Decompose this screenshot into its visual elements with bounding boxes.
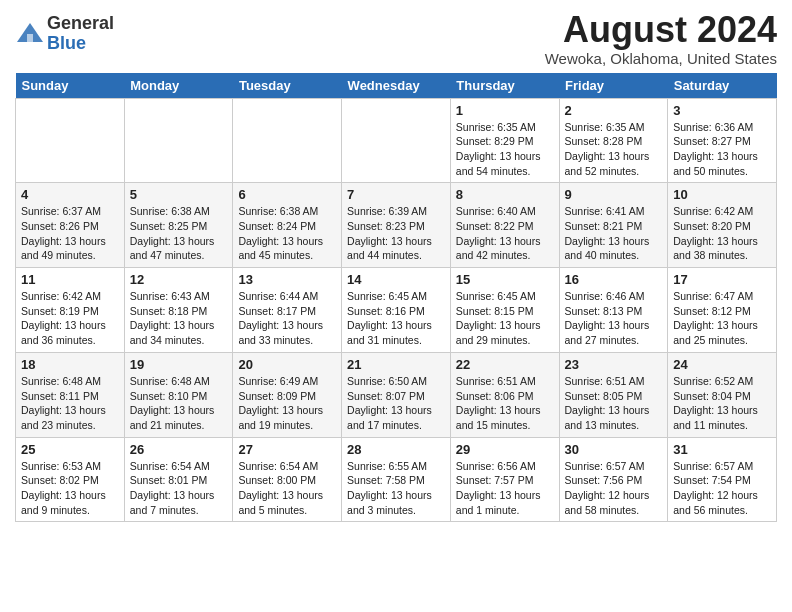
calendar-cell: 1Sunrise: 6:35 AM Sunset: 8:29 PM Daylig… <box>450 98 559 183</box>
day-info: Sunrise: 6:46 AM Sunset: 8:13 PM Dayligh… <box>565 289 663 348</box>
calendar-cell: 22Sunrise: 6:51 AM Sunset: 8:06 PM Dayli… <box>450 352 559 437</box>
location-title: Wewoka, Oklahoma, United States <box>545 50 777 67</box>
calendar-cell: 18Sunrise: 6:48 AM Sunset: 8:11 PM Dayli… <box>16 352 125 437</box>
day-info: Sunrise: 6:45 AM Sunset: 8:16 PM Dayligh… <box>347 289 445 348</box>
calendar-cell <box>342 98 451 183</box>
day-info: Sunrise: 6:55 AM Sunset: 7:58 PM Dayligh… <box>347 459 445 518</box>
calendar-cell <box>124 98 233 183</box>
day-info: Sunrise: 6:38 AM Sunset: 8:24 PM Dayligh… <box>238 204 336 263</box>
day-number: 27 <box>238 442 336 457</box>
calendar-cell: 31Sunrise: 6:57 AM Sunset: 7:54 PM Dayli… <box>668 437 777 522</box>
calendar-week-1: 1Sunrise: 6:35 AM Sunset: 8:29 PM Daylig… <box>16 98 777 183</box>
day-info: Sunrise: 6:48 AM Sunset: 8:11 PM Dayligh… <box>21 374 119 433</box>
day-number: 1 <box>456 103 554 118</box>
day-info: Sunrise: 6:36 AM Sunset: 8:27 PM Dayligh… <box>673 120 771 179</box>
day-info: Sunrise: 6:50 AM Sunset: 8:07 PM Dayligh… <box>347 374 445 433</box>
day-info: Sunrise: 6:35 AM Sunset: 8:29 PM Dayligh… <box>456 120 554 179</box>
weekday-header-wednesday: Wednesday <box>342 73 451 99</box>
day-info: Sunrise: 6:48 AM Sunset: 8:10 PM Dayligh… <box>130 374 228 433</box>
day-info: Sunrise: 6:57 AM Sunset: 7:54 PM Dayligh… <box>673 459 771 518</box>
calendar-week-2: 4Sunrise: 6:37 AM Sunset: 8:26 PM Daylig… <box>16 183 777 268</box>
day-info: Sunrise: 6:57 AM Sunset: 7:56 PM Dayligh… <box>565 459 663 518</box>
day-info: Sunrise: 6:41 AM Sunset: 8:21 PM Dayligh… <box>565 204 663 263</box>
calendar-cell: 7Sunrise: 6:39 AM Sunset: 8:23 PM Daylig… <box>342 183 451 268</box>
day-info: Sunrise: 6:54 AM Sunset: 8:00 PM Dayligh… <box>238 459 336 518</box>
day-number: 18 <box>21 357 119 372</box>
title-area: August 2024 Wewoka, Oklahoma, United Sta… <box>545 10 777 67</box>
day-number: 13 <box>238 272 336 287</box>
day-info: Sunrise: 6:47 AM Sunset: 8:12 PM Dayligh… <box>673 289 771 348</box>
calendar-cell: 26Sunrise: 6:54 AM Sunset: 8:01 PM Dayli… <box>124 437 233 522</box>
day-number: 16 <box>565 272 663 287</box>
day-info: Sunrise: 6:44 AM Sunset: 8:17 PM Dayligh… <box>238 289 336 348</box>
calendar-cell: 13Sunrise: 6:44 AM Sunset: 8:17 PM Dayli… <box>233 268 342 353</box>
day-info: Sunrise: 6:56 AM Sunset: 7:57 PM Dayligh… <box>456 459 554 518</box>
day-number: 14 <box>347 272 445 287</box>
day-number: 25 <box>21 442 119 457</box>
weekday-header-thursday: Thursday <box>450 73 559 99</box>
day-number: 4 <box>21 187 119 202</box>
calendar-cell: 30Sunrise: 6:57 AM Sunset: 7:56 PM Dayli… <box>559 437 668 522</box>
weekday-header-friday: Friday <box>559 73 668 99</box>
calendar-week-5: 25Sunrise: 6:53 AM Sunset: 8:02 PM Dayli… <box>16 437 777 522</box>
day-info: Sunrise: 6:38 AM Sunset: 8:25 PM Dayligh… <box>130 204 228 263</box>
day-number: 7 <box>347 187 445 202</box>
day-number: 6 <box>238 187 336 202</box>
calendar-cell: 4Sunrise: 6:37 AM Sunset: 8:26 PM Daylig… <box>16 183 125 268</box>
weekday-header-saturday: Saturday <box>668 73 777 99</box>
day-number: 22 <box>456 357 554 372</box>
calendar-cell: 21Sunrise: 6:50 AM Sunset: 8:07 PM Dayli… <box>342 352 451 437</box>
day-number: 31 <box>673 442 771 457</box>
calendar-cell: 16Sunrise: 6:46 AM Sunset: 8:13 PM Dayli… <box>559 268 668 353</box>
day-info: Sunrise: 6:43 AM Sunset: 8:18 PM Dayligh… <box>130 289 228 348</box>
day-number: 17 <box>673 272 771 287</box>
day-info: Sunrise: 6:54 AM Sunset: 8:01 PM Dayligh… <box>130 459 228 518</box>
calendar-cell: 6Sunrise: 6:38 AM Sunset: 8:24 PM Daylig… <box>233 183 342 268</box>
day-info: Sunrise: 6:49 AM Sunset: 8:09 PM Dayligh… <box>238 374 336 433</box>
calendar-table: SundayMondayTuesdayWednesdayThursdayFrid… <box>15 73 777 523</box>
day-number: 26 <box>130 442 228 457</box>
day-info: Sunrise: 6:35 AM Sunset: 8:28 PM Dayligh… <box>565 120 663 179</box>
day-info: Sunrise: 6:39 AM Sunset: 8:23 PM Dayligh… <box>347 204 445 263</box>
day-info: Sunrise: 6:40 AM Sunset: 8:22 PM Dayligh… <box>456 204 554 263</box>
calendar-cell: 17Sunrise: 6:47 AM Sunset: 8:12 PM Dayli… <box>668 268 777 353</box>
day-number: 11 <box>21 272 119 287</box>
day-info: Sunrise: 6:51 AM Sunset: 8:05 PM Dayligh… <box>565 374 663 433</box>
day-number: 12 <box>130 272 228 287</box>
weekday-header-row: SundayMondayTuesdayWednesdayThursdayFrid… <box>16 73 777 99</box>
day-number: 19 <box>130 357 228 372</box>
page-header: General Blue August 2024 Wewoka, Oklahom… <box>15 10 777 67</box>
calendar-cell: 11Sunrise: 6:42 AM Sunset: 8:19 PM Dayli… <box>16 268 125 353</box>
logo-icon <box>15 20 45 48</box>
weekday-header-sunday: Sunday <box>16 73 125 99</box>
day-number: 3 <box>673 103 771 118</box>
calendar-cell: 8Sunrise: 6:40 AM Sunset: 8:22 PM Daylig… <box>450 183 559 268</box>
calendar-cell: 5Sunrise: 6:38 AM Sunset: 8:25 PM Daylig… <box>124 183 233 268</box>
day-number: 10 <box>673 187 771 202</box>
day-number: 5 <box>130 187 228 202</box>
day-number: 29 <box>456 442 554 457</box>
calendar-week-3: 11Sunrise: 6:42 AM Sunset: 8:19 PM Dayli… <box>16 268 777 353</box>
logo-text: General Blue <box>47 14 114 54</box>
calendar-cell: 19Sunrise: 6:48 AM Sunset: 8:10 PM Dayli… <box>124 352 233 437</box>
calendar-week-4: 18Sunrise: 6:48 AM Sunset: 8:11 PM Dayli… <box>16 352 777 437</box>
calendar-cell: 2Sunrise: 6:35 AM Sunset: 8:28 PM Daylig… <box>559 98 668 183</box>
calendar-cell: 29Sunrise: 6:56 AM Sunset: 7:57 PM Dayli… <box>450 437 559 522</box>
calendar-cell: 24Sunrise: 6:52 AM Sunset: 8:04 PM Dayli… <box>668 352 777 437</box>
day-number: 23 <box>565 357 663 372</box>
calendar-cell: 9Sunrise: 6:41 AM Sunset: 8:21 PM Daylig… <box>559 183 668 268</box>
day-number: 21 <box>347 357 445 372</box>
day-number: 30 <box>565 442 663 457</box>
day-number: 8 <box>456 187 554 202</box>
weekday-header-tuesday: Tuesday <box>233 73 342 99</box>
calendar-cell: 10Sunrise: 6:42 AM Sunset: 8:20 PM Dayli… <box>668 183 777 268</box>
day-info: Sunrise: 6:53 AM Sunset: 8:02 PM Dayligh… <box>21 459 119 518</box>
day-number: 9 <box>565 187 663 202</box>
calendar-cell: 3Sunrise: 6:36 AM Sunset: 8:27 PM Daylig… <box>668 98 777 183</box>
day-number: 24 <box>673 357 771 372</box>
day-number: 2 <box>565 103 663 118</box>
day-info: Sunrise: 6:51 AM Sunset: 8:06 PM Dayligh… <box>456 374 554 433</box>
calendar-cell: 28Sunrise: 6:55 AM Sunset: 7:58 PM Dayli… <box>342 437 451 522</box>
day-info: Sunrise: 6:37 AM Sunset: 8:26 PM Dayligh… <box>21 204 119 263</box>
day-number: 15 <box>456 272 554 287</box>
